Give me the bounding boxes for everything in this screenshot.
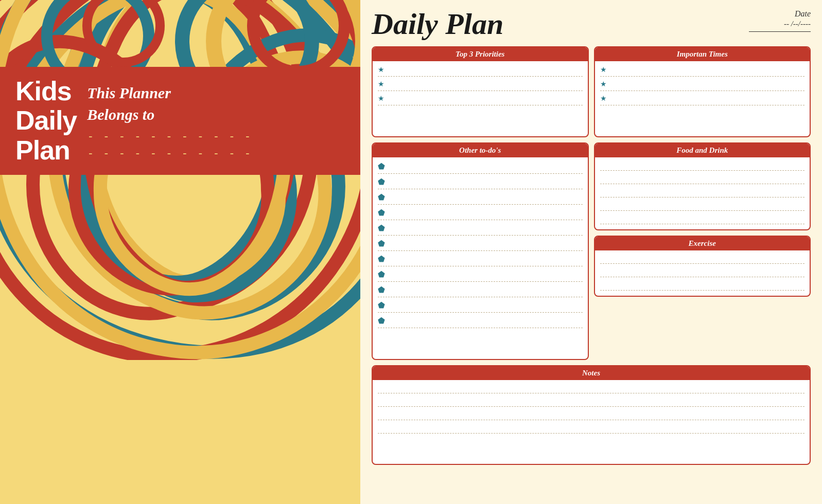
exercise-section: Exercise [594,236,811,297]
notes-body [373,380,810,438]
top-arcs [0,0,360,72]
title-kids: Kids [15,76,72,106]
todo-item-5: ⬟ [378,223,583,236]
other-todos-header: Other to-do's [373,143,588,157]
star-icon-1: ★ [378,65,384,74]
title-daily: Daily [15,105,77,135]
other-todos-body: ⬟ ⬟ ⬟ ⬟ ⬟ ⬟ ⬟ ⬟ ⬟ ⬟ ⬟ [373,157,588,359]
notes-line-3 [378,411,804,420]
todo-item-11: ⬟ [378,316,583,328]
food-line-4 [600,202,805,211]
time-item-3: ★ [600,94,805,105]
exercise-line-2 [600,268,805,277]
todo-item-9: ⬟ [378,285,583,297]
todo-item-4: ⬟ [378,208,583,220]
notes-line-4 [378,424,804,434]
star-icon-3: ★ [378,94,384,103]
notes-line-2 [378,398,804,407]
bullet-7: ⬟ [378,254,385,264]
todo-item-3: ⬟ [378,192,583,205]
food-drink-body [595,157,810,229]
other-todos-section: Other to-do's ⬟ ⬟ ⬟ ⬟ ⬟ ⬟ ⬟ ⬟ ⬟ ⬟ ⬟ [372,142,589,360]
this-planner-subtitle: This Planner Belongs to [87,82,252,125]
right-panel: Daily Plan Date -- /--/---- Top 3 Priori… [360,0,822,504]
exercise-header: Exercise [595,237,810,250]
bullet-9: ⬟ [378,285,385,295]
subtitle-line2: Belongs to [87,106,154,123]
date-underline [749,31,811,32]
food-line-1 [600,161,805,171]
food-drink-header: Food and Drink [595,143,810,157]
kids-daily-plan-title: Kids Daily Plan [15,77,77,165]
right-column: Food and Drink Exercise [594,142,811,360]
exercise-body [595,250,810,296]
bullet-5: ⬟ [378,223,385,233]
name-dash-line2: - - - - - - - - - - - [87,147,252,159]
left-panel: .s1{fill:none;stroke-width:26} .ct{strok… [0,0,360,504]
todo-item-8: ⬟ [378,269,583,282]
right-header: Daily Plan Date -- /--/---- [372,9,811,39]
food-drink-section: Food and Drink [594,142,811,230]
left-header-band: Kids Daily Plan This Planner Belongs to … [0,67,360,175]
bullet-8: ⬟ [378,269,385,279]
notes-line-1 [378,384,804,393]
bullet-3: ⬟ [378,192,385,202]
date-value: -- /--/---- [749,20,811,28]
todo-item-7: ⬟ [378,254,583,266]
subtitle-line1: This Planner [87,84,171,101]
notes-header: Notes [373,366,810,380]
priority-item-1: ★ [378,65,583,77]
notes-section: Notes [372,365,811,465]
daily-plan-title: Daily Plan [372,9,503,39]
bullet-1: ⬟ [378,161,385,171]
star-icon-t3: ★ [600,94,607,103]
food-line-3 [600,188,805,197]
name-dash-line1: - - - - - - - - - - - [87,130,252,142]
important-times-body: ★ ★ ★ [595,61,810,136]
exercise-line-1 [600,255,805,264]
priority-item-3: ★ [378,94,583,105]
bullet-4: ⬟ [378,208,385,218]
star-icon-t2: ★ [600,80,607,88]
time-item-2: ★ [600,80,805,91]
priority-item-2: ★ [378,80,583,91]
bullet-11: ⬟ [378,316,385,326]
important-times-section: Importan Times ★ ★ ★ [594,46,811,137]
sections-grid: Top 3 Priorities ★ ★ ★ [372,46,811,497]
priorities-body: ★ ★ ★ [373,61,588,136]
bullet-2: ⬟ [378,177,385,187]
todo-item-2: ⬟ [378,177,583,189]
important-times-header: Importan Times [595,47,810,61]
belongs-to-section: This Planner Belongs to - - - - - - - - … [87,82,252,159]
exercise-line-3 [600,281,805,291]
todo-item-1: ⬟ [378,161,583,174]
todo-item-6: ⬟ [378,239,583,251]
bullet-6: ⬟ [378,239,385,248]
food-line-2 [600,175,805,184]
date-label: Date [749,9,811,19]
star-icon-t1: ★ [600,65,607,74]
page-container: .s1{fill:none;stroke-width:26} .ct{strok… [0,0,822,504]
priorities-section: Top 3 Priorities ★ ★ ★ [372,46,589,137]
time-item-1: ★ [600,65,805,77]
star-icon-2: ★ [378,80,384,88]
title-plan: Plan [15,135,70,165]
bullet-10: ⬟ [378,300,385,310]
date-section: Date -- /--/---- [749,9,811,32]
priorities-header: Top 3 Priorities [373,47,588,61]
food-line-5 [600,215,805,224]
todo-item-10: ⬟ [378,300,583,313]
